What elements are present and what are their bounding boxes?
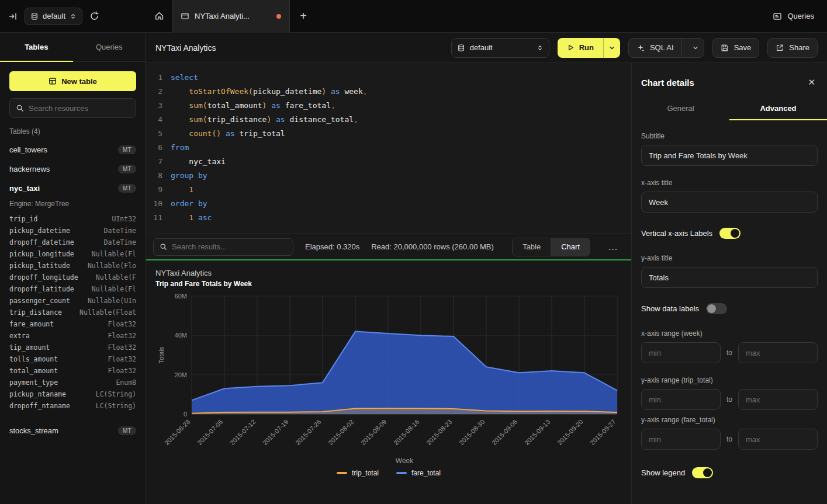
tab-advanced[interactable]: Advanced (729, 97, 827, 120)
run-button[interactable]: Run (558, 38, 603, 58)
column-item-dropoff_longitude[interactable]: dropoff_longitudeNullable(F (9, 272, 136, 283)
play-icon (567, 44, 575, 51)
sql-code[interactable]: select toStartOfWeek(pickup_datetime) as… (171, 71, 631, 234)
query-tab[interactable]: NYTaxi Analyti... (172, 0, 290, 33)
column-type: Nullable(Float (79, 308, 136, 317)
column-name: pickup_datetime (9, 227, 70, 235)
column-item-dropoff_latitude[interactable]: dropoff_latitudeNullable(Fl (9, 283, 136, 295)
view-table-button[interactable]: Table (513, 238, 551, 256)
column-item-pickup_latitude[interactable]: pickup_latitudeNullable(Flo (9, 260, 136, 272)
refresh-icon[interactable] (89, 11, 99, 21)
column-item-extra[interactable]: extraFloat32 (9, 330, 136, 342)
results-search[interactable] (153, 238, 293, 256)
legend-item-fare-total[interactable]: fare_total (396, 469, 441, 477)
home-button[interactable] (146, 0, 172, 33)
column-type: DateTime (104, 238, 136, 246)
svg-text:2015-06-28: 2015-06-28 (163, 418, 191, 446)
y-axis-title-input[interactable] (641, 267, 818, 288)
more-options-button[interactable]: … (602, 241, 624, 253)
sidebar-tabs: Tables Queries (0, 33, 146, 62)
column-item-pickup_longitude[interactable]: pickup_longitudeNullable(Fl (9, 248, 136, 260)
resource-search-input[interactable] (29, 104, 130, 113)
column-item-tip_amount[interactable]: tip_amountFloat32 (9, 342, 136, 353)
database-selector[interactable]: default (25, 8, 82, 25)
save-label: Save (734, 43, 752, 52)
table-item-nyc_taxi[interactable]: nyc_taxiMT (9, 179, 136, 198)
code-line[interactable]: order by (171, 197, 631, 211)
column-item-fare_amount[interactable]: fare_amountFloat32 (9, 318, 136, 330)
column-name: pickup_longitude (9, 250, 74, 258)
view-chart-button[interactable]: Chart (551, 238, 590, 256)
collapse-sidebar-icon[interactable] (8, 12, 18, 21)
code-line[interactable]: toStartOfWeek(pickup_datetime) as week, (171, 85, 631, 99)
x-axis-range-label: x-axis range (week) (641, 329, 818, 338)
code-line[interactable]: sum(total_amount) as fare_total, (171, 99, 631, 113)
view-toggle: Table Chart (512, 238, 590, 256)
vertical-x-labels-toggle[interactable] (719, 228, 741, 239)
share-button[interactable]: Share (767, 38, 818, 58)
code-line[interactable]: 1 asc (171, 211, 631, 225)
x-axis-range-max-input[interactable] (738, 342, 818, 363)
code-line[interactable]: select (171, 71, 631, 85)
y-axis-range-trip-min-input[interactable] (641, 389, 721, 410)
code-line[interactable]: count() as trip_total (171, 127, 631, 141)
column-item-tolls_amount[interactable]: tolls_amountFloat32 (9, 353, 136, 365)
sql-editor[interactable]: 1234567891011 select toStartOfWeek(picku… (146, 63, 631, 234)
app-root: default NYTaxi Analyti... + Qu (0, 0, 827, 504)
results-search-input[interactable] (172, 242, 287, 251)
y-axis-range-fare-min-input[interactable] (641, 429, 721, 450)
run-options-button[interactable] (604, 38, 620, 58)
read-stat: Read: 20,000,000 rows (260.00 MB) (371, 242, 494, 251)
code-line[interactable]: from (171, 141, 631, 155)
subtitle-input[interactable] (641, 145, 818, 166)
resource-search[interactable] (9, 98, 136, 118)
y-axis-range-fare-label: y-axis range (fare_total) (641, 416, 818, 424)
chart-subtitle: Trip and Fare Totals by Week (155, 280, 622, 288)
tab-general[interactable]: General (632, 97, 729, 120)
column-item-passenger_count[interactable]: passenger_countNullable(UIn (9, 295, 136, 307)
code-line[interactable]: group by (171, 169, 631, 183)
svg-text:2015-07-12: 2015-07-12 (229, 418, 257, 446)
sidebar-tab-tables[interactable]: Tables (0, 33, 73, 61)
column-item-dropoff_datetime[interactable]: dropoff_datetimeDateTime (9, 237, 136, 248)
show-legend-toggle[interactable] (692, 467, 713, 478)
column-name: passenger_count (9, 297, 70, 305)
table-name: cell_towers (9, 145, 47, 154)
table-item-cell_towers[interactable]: cell_towersMT (9, 140, 136, 159)
code-line[interactable]: sum(trip_distance) as distance_total, (171, 113, 631, 127)
code-line[interactable]: nyc_taxi (171, 155, 631, 169)
y-axis-range-fare-max-input[interactable] (738, 429, 818, 450)
legend-label: trip_total (352, 469, 379, 477)
show-data-labels-toggle[interactable] (706, 303, 727, 314)
sql-ai-button[interactable]: SQL AI (628, 38, 704, 58)
svg-text:20M: 20M (175, 371, 187, 378)
column-item-trip_distance[interactable]: trip_distanceNullable(Float (9, 307, 136, 318)
x-axis-range-min-input[interactable] (641, 342, 721, 363)
queries-button[interactable]: Queries (760, 0, 827, 33)
chevron-updown-icon (70, 12, 77, 20)
column-item-total_amount[interactable]: total_amountFloat32 (9, 365, 136, 377)
column-item-pickup_ntaname[interactable]: pickup_ntanameLC(String) (9, 388, 136, 400)
sidebar-tab-queries[interactable]: Queries (73, 33, 146, 61)
column-item-trip_id[interactable]: trip_idUInt32 (9, 213, 136, 225)
legend-label: fare_total (411, 469, 441, 477)
code-line[interactable]: 1 (171, 183, 631, 197)
column-item-pickup_datetime[interactable]: pickup_datetimeDateTime (9, 225, 136, 237)
x-axis-title-input[interactable] (641, 192, 818, 213)
svg-text:40M: 40M (175, 332, 187, 339)
save-button[interactable]: Save (712, 38, 760, 58)
column-item-payment_type[interactable]: payment_typeEnum8 (9, 377, 136, 388)
table-item-hackernews[interactable]: hackernewsMT (9, 159, 136, 179)
close-icon[interactable]: ✕ (805, 75, 818, 90)
table-item-stocks_stream[interactable]: stocks_streamMT (9, 421, 136, 440)
chart-details-panel: Chart details ✕ General Advanced Subtitl… (631, 63, 827, 504)
legend-item-trip-total[interactable]: trip_total (337, 469, 379, 477)
svg-text:Totals: Totals (158, 346, 165, 363)
new-tab-button[interactable]: + (290, 0, 317, 33)
new-table-button[interactable]: New table (9, 71, 136, 91)
tables-list: cell_towersMThackernewsMTnyc_taxiMTEngin… (9, 140, 136, 440)
y-axis-range-trip-max-input[interactable] (738, 389, 818, 410)
header-database-selector[interactable]: default (451, 38, 549, 58)
sql-ai-options-button[interactable] (687, 44, 704, 51)
column-item-dropoff_ntaname[interactable]: dropoff_ntanameLC(String) (9, 400, 136, 412)
